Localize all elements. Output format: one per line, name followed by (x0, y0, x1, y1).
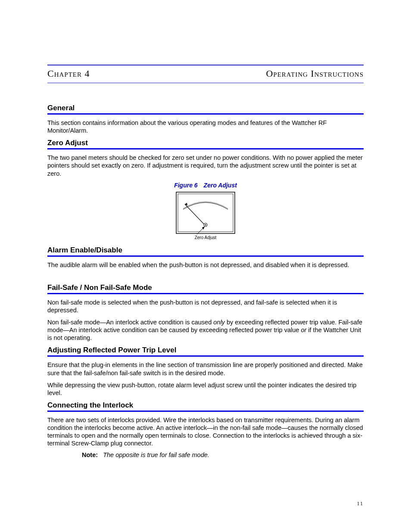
emphasis: only (213, 319, 225, 326)
note-text: The opposite is true for fail safe mode. (103, 451, 209, 458)
chapter-number: Chapter 4 (47, 68, 90, 79)
heading-trip-level: Adjusting Reflected Power Trip Level (47, 346, 364, 355)
emphasis: or (301, 327, 306, 333)
page-number: 11 (357, 501, 364, 507)
paragraph: There are two sets of interlocks provide… (47, 416, 364, 448)
figure-caption: Figure 6 Zero Adjust (47, 182, 364, 189)
heading-general: General (47, 104, 364, 112)
paragraph: This section contains information about … (47, 119, 364, 134)
text: Non fail-safe mode—An interlock active c… (47, 319, 213, 326)
page: Chapter 4 Operating Instructions General… (0, 0, 411, 532)
heading-zero-adjust: Zero Adjust (47, 139, 364, 147)
rule (47, 411, 364, 412)
figure-zero-adjust: Zero Adjust (47, 191, 364, 240)
rule (47, 355, 364, 357)
rule (47, 148, 364, 149)
paragraph: Ensure that the plug-in elements in the … (47, 361, 364, 376)
chapter-header: Chapter 4 Operating Instructions (47, 65, 364, 83)
heading-interlock: Connecting the Interlock (47, 401, 364, 410)
note-label: Note: (82, 451, 98, 458)
paragraph: Non fail-safe mode—An interlock active c… (47, 318, 364, 342)
chapter-title: Operating Instructions (266, 68, 364, 79)
paragraph: Non fail-safe mode is selected when the … (47, 299, 364, 314)
rule (47, 113, 364, 115)
note: Note: The opposite is true for fail safe… (82, 451, 364, 458)
heading-alarm: Alarm Enable/Disable (47, 246, 364, 255)
paragraph: The two panel meters should be checked f… (47, 154, 364, 177)
figure-label: Zero Adjust (195, 235, 217, 240)
rule (47, 255, 364, 257)
paragraph: The audible alarm will be enabled when t… (47, 261, 364, 269)
paragraph: While depressing the view push-button, r… (47, 381, 364, 397)
meter-icon (175, 191, 236, 234)
rule (47, 293, 364, 294)
svg-point-5 (205, 224, 206, 225)
heading-failsafe: Fail-Safe / Non Fail-Safe Mode (47, 283, 364, 292)
